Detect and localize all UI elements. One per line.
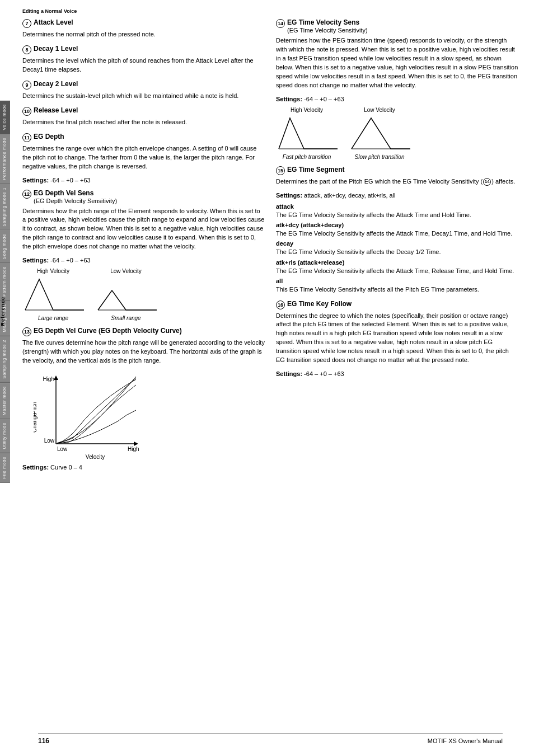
title-decay2-level: Decay 2 Level: [34, 80, 78, 88]
section-title-eg-time-seg: 15 EG Time Segment: [276, 166, 518, 175]
svg-text:High: High: [128, 446, 139, 452]
section-decay1-level: 8 Decay 1 Level Determines the level whi…: [22, 45, 265, 74]
section-eg-time-key-follow: 16 EG Time Key Follow Determines the deg…: [276, 300, 518, 378]
label-low-velocity-right: Low Velocity: [364, 107, 395, 113]
left-column: 7 Attack Level Determines the normal pit…: [22, 18, 265, 476]
page-number: 116: [38, 737, 49, 745]
body-decay1-level: Determines the level which the pitch of …: [22, 57, 265, 74]
side-tabs: Voice mode Performance mode Sampling mod…: [0, 101, 10, 482]
sidebar-item-file-mode[interactable]: File mode: [0, 453, 10, 483]
body-eg-time-seg: Determines the part of the Pitch EG whic…: [276, 177, 518, 186]
circle-13: 13: [22, 327, 31, 336]
page-header: Editing a Normal Voice: [22, 8, 518, 14]
body-eg-time-key: Determines the degree to which the notes…: [276, 312, 518, 365]
section-title-eg-time-key: 16 EG Time Key Follow: [276, 300, 518, 309]
circle-11: 11: [22, 133, 31, 142]
section-title-decay2: 9 Decay 2 Level: [22, 80, 265, 90]
waveform-low-velocity: [95, 276, 157, 313]
title-decay1-level: Decay 1 Level: [34, 45, 78, 53]
sidebar-item-sampling-mode-2[interactable]: Sampling mode 2: [0, 336, 10, 383]
svg-marker-4: [54, 375, 58, 380]
subsection-attack-label: attack: [276, 203, 518, 210]
svg-text:Velocity: Velocity: [86, 454, 105, 460]
diagram-low-velocity-left: Low Velocity Small range: [95, 268, 157, 321]
section-title-attack: 7 Attack Level: [22, 18, 265, 28]
circle-15: 15: [276, 166, 285, 175]
section-title-decay1: 8 Decay 1 Level: [22, 45, 265, 54]
label-low-velocity: Low Velocity: [110, 268, 142, 274]
section-title-eg-depth-curve: 13 EG Depth Vel Curve (EG Depth Velocity…: [22, 327, 265, 336]
svg-text:High: High: [43, 376, 54, 382]
sidebar-item-master-mode[interactable]: Master mode: [0, 383, 10, 419]
diagram-eg-time-vel: High Velocity Fast pitch transition Low …: [276, 107, 518, 160]
subsection-atkrls-label: atk+rls (attack+release): [276, 259, 518, 266]
section-title-eg-time-vel: 14 EG Time Velocity Sens (EG Time Veloci…: [276, 18, 518, 34]
section-title-release: 10 Release Level: [22, 106, 265, 116]
settings-eg-depth: Settings: -64 – +0 – +63: [22, 177, 265, 184]
sidebar-item-voice-mode[interactable]: Voice mode: [0, 101, 10, 134]
settings-eg-depth-vel: Settings: -64 – +0 – +63: [22, 257, 265, 264]
sidebar-item-song-mode[interactable]: Song mode: [0, 231, 10, 263]
body-release-level: Determines the final pitch reached after…: [22, 118, 265, 127]
settings-eg-time-vel: Settings: -64 – +0 – +63: [276, 96, 518, 102]
subsection-all-label: all: [276, 278, 518, 284]
circle-16: 16: [276, 300, 285, 309]
graph-eg-depth-curve: High Low Low High Velocity Pitch Change: [34, 371, 265, 462]
manual-title: MOTIF XS Owner's Manual: [428, 738, 503, 744]
title-release-level: Release Level: [34, 106, 78, 114]
body-decay2-level: Determines the sustain-level pitch which…: [22, 92, 265, 101]
settings-eg-time-key: Settings: -64 – +0 – +63: [276, 370, 518, 377]
section-release-level: 10 Release Level Determines the final pi…: [22, 106, 265, 127]
subsection-atkrls-body: The EG Time Velocity Sensitivity affects…: [276, 267, 518, 275]
sidebar-item-sampling-mode-1[interactable]: Sampling mode 1: [0, 184, 10, 231]
sidebar-item-utility-mode[interactable]: Utility mode: [0, 419, 10, 453]
section-eg-depth-vel-sens: 12 EG Depth Vel Sens (EG Depth Velocity …: [22, 189, 265, 322]
diagram-fast-transition: High Velocity Fast pitch transition: [276, 107, 338, 160]
body-eg-depth: Determines the range over which the pitc…: [22, 144, 265, 171]
circle-8: 8: [22, 45, 31, 54]
section-title-eg-depth-vel: 12 EG Depth Vel Sens (EG Depth Velocity …: [22, 189, 265, 205]
body-eg-depth-curve: The five curves determine how the pitch …: [22, 339, 265, 365]
settings-eg-depth-val: -64 – +0 – +63: [49, 177, 91, 184]
title-eg-time-key: EG Time Key Follow: [287, 300, 352, 308]
section-title-eg-depth: 11 EG Depth: [22, 133, 265, 142]
waveform-high-velocity: [22, 276, 84, 313]
diagram-eg-depth-vel: High Velocity Large range Low Velocity: [22, 268, 265, 321]
body-eg-depth-vel: Determines how the pitch range of the El…: [22, 207, 265, 252]
diagram-high-velocity-left: High Velocity Large range: [22, 268, 84, 321]
settings-eg-depth-curve: Settings: Curve 0 – 4: [22, 464, 265, 471]
waveform-fast: [276, 115, 338, 152]
section-eg-depth: 11 EG Depth Determines the range over wh…: [22, 133, 265, 184]
inline-circle-14: 14: [483, 178, 491, 186]
label-high-velocity-right: High Velocity: [291, 107, 323, 113]
svg-text:Low: Low: [57, 446, 68, 452]
svg-text:Low: Low: [44, 438, 55, 444]
title-eg-time-vel: EG Time Velocity Sens (EG Time Velocity …: [287, 18, 368, 34]
label-fast-transition: Fast pitch transition: [283, 154, 331, 160]
subsection-decay-label: decay: [276, 240, 518, 247]
section-eg-depth-vel-curve: 13 EG Depth Vel Curve (EG Depth Velocity…: [22, 327, 265, 471]
title-eg-depth-vel: EG Depth Vel Sens (EG Depth Velocity Sen…: [34, 189, 117, 205]
diagram-slow-transition: Low Velocity Slow pitch transition: [349, 107, 410, 160]
settings-eg-time-seg: Settings: attack, atk+dcy, decay, atk+rl…: [276, 192, 518, 199]
title-attack-level: Attack Level: [34, 18, 73, 26]
right-column: 14 EG Time Velocity Sens (EG Time Veloci…: [276, 18, 518, 476]
section-eg-time-vel-sens: 14 EG Time Velocity Sens (EG Time Veloci…: [276, 18, 518, 160]
svg-marker-5: [134, 442, 138, 446]
label-small-range: Small range: [111, 315, 140, 321]
label-large-range: Large range: [38, 315, 68, 321]
section-attack-level: 7 Attack Level Determines the normal pit…: [22, 18, 265, 39]
curve-graph: High Low Low High Velocity Pitch Change: [34, 371, 146, 461]
circle-14: 14: [276, 19, 285, 28]
title-eg-depth: EG Depth: [34, 133, 64, 140]
circle-7: 7: [22, 19, 31, 28]
waveform-slow: [349, 115, 410, 152]
svg-text:Pitch: Pitch: [34, 402, 38, 414]
sidebar-item-pattern-mode[interactable]: Pattern mode: [0, 263, 10, 300]
page-footer: 116 MOTIF XS Owner's Manual: [38, 734, 503, 745]
title-eg-time-seg: EG Time Segment: [287, 166, 344, 173]
body-attack-level: Determines the normal pitch of the press…: [22, 30, 265, 39]
sidebar-item-performance-mode[interactable]: Performance mode: [0, 134, 10, 184]
subsection-attack-body: The EG Time Velocity Sensitivity affects…: [276, 211, 518, 219]
circle-12: 12: [22, 190, 31, 199]
